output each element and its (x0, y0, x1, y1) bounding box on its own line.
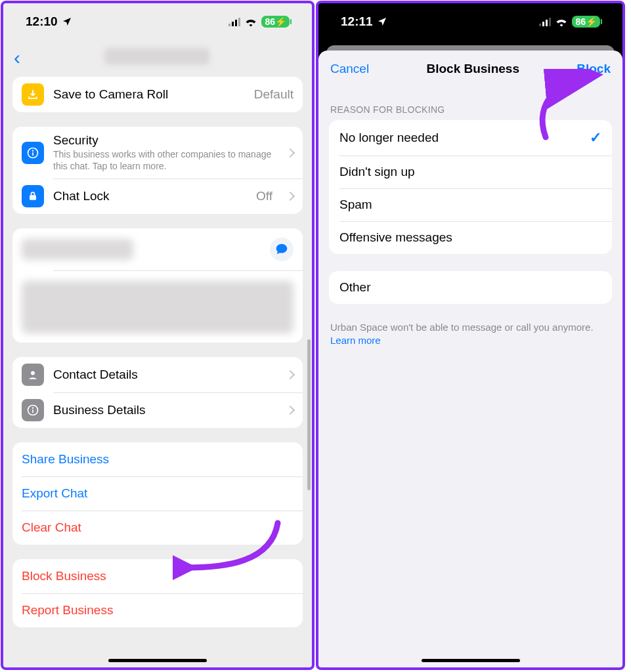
reason-label: Spam (339, 198, 372, 212)
lock-icon (22, 185, 44, 207)
status-bar: 12:11 86⚡ (318, 3, 622, 40)
back-button[interactable]: ‹ (10, 47, 24, 69)
row-trail: Off (256, 189, 272, 203)
row-label: Business Details (53, 403, 272, 417)
reason-label: Didn't sign up (339, 165, 415, 179)
row-contact-details[interactable]: Contact Details (12, 357, 303, 392)
chevron-right-icon (286, 192, 295, 201)
svg-rect-7 (32, 410, 33, 413)
chevron-right-icon (286, 406, 295, 415)
chevron-right-icon (286, 148, 295, 157)
svg-point-4 (31, 371, 35, 375)
row-label: Report Business (22, 603, 294, 618)
reason-other[interactable]: Other (329, 271, 612, 304)
download-icon (22, 83, 44, 106)
row-label: Save to Camera Roll (53, 87, 245, 102)
row-block-business[interactable]: Block Business (12, 559, 303, 593)
info-icon (22, 142, 44, 164)
row-business-details[interactable]: Business Details (12, 392, 303, 428)
reason-no-longer-needed[interactable]: No longer needed ✓ (329, 120, 612, 156)
row-security[interactable]: Security This business works with other … (12, 127, 303, 178)
svg-point-1 (32, 150, 33, 151)
section-header: REASON FOR BLOCKING (329, 96, 612, 120)
row-export-chat[interactable]: Export Chat (12, 476, 303, 511)
redacted-group (12, 228, 303, 343)
nav-bar: ‹ (3, 40, 312, 75)
status-time: 12:11 (341, 14, 373, 29)
location-icon (377, 16, 387, 27)
cancel-button[interactable]: Cancel (330, 62, 369, 76)
sheet-nav: Cancel Block Business Block (318, 51, 622, 87)
status-bar: 12:10 86⚡ (3, 3, 312, 40)
row-label: Contact Details (53, 368, 272, 382)
info-icon (22, 399, 44, 421)
battery-badge: 86⚡ (261, 16, 290, 28)
row-trail: Default (254, 87, 294, 102)
signal-icon (539, 17, 551, 26)
redacted-text (22, 281, 294, 333)
settings-scroll[interactable]: Save to Camera Roll Default Security Thi… (3, 75, 312, 667)
battery-badge: 86⚡ (572, 16, 600, 28)
status-time: 12:10 (26, 14, 58, 29)
reason-didnt-sign-up[interactable]: Didn't sign up (329, 156, 612, 188)
row-clear-chat[interactable]: Clear Chat (12, 511, 303, 545)
chevron-right-icon (286, 370, 295, 379)
row-label: Share Business (22, 452, 294, 467)
scroll-indicator (307, 339, 311, 490)
svg-rect-2 (32, 152, 33, 156)
checkmark-icon: ✓ (590, 129, 601, 146)
svg-point-6 (32, 408, 33, 409)
reason-spam[interactable]: Spam (329, 188, 612, 221)
learn-more-link[interactable]: Learn more (330, 335, 381, 346)
wifi-icon (244, 16, 257, 27)
location-icon (62, 16, 72, 27)
reason-label: No longer needed (339, 131, 439, 145)
footnote: Urban Space won't be able to message or … (329, 321, 612, 348)
row-label: Chat Lock (53, 189, 247, 203)
wifi-icon (555, 16, 568, 27)
chat-bubble-button[interactable] (270, 238, 294, 261)
row-label: Security (53, 133, 272, 148)
row-save-camera-roll[interactable]: Save to Camera Roll Default (12, 77, 303, 112)
row-sublabel: This business works with other companies… (53, 149, 272, 172)
row-label: Clear Chat (22, 520, 294, 535)
home-indicator (422, 659, 520, 662)
reason-label: Offensive messages (339, 230, 452, 245)
row-label: Block Business (22, 569, 294, 583)
left-screenshot: 12:10 86⚡ ‹ Save to Camera Roll Default (1, 1, 315, 670)
redacted-text (22, 239, 133, 260)
block-sheet: Cancel Block Business Block REASON FOR B… (318, 51, 622, 667)
reason-label: Other (339, 280, 371, 295)
reason-offensive[interactable]: Offensive messages (329, 221, 612, 254)
right-screenshot: 12:11 86⚡ Cancel Block Business Block RE… (316, 1, 625, 670)
row-chat-lock[interactable]: Chat Lock Off (12, 178, 303, 214)
row-share-business[interactable]: Share Business (12, 442, 303, 476)
row-report-business[interactable]: Report Business (12, 593, 303, 627)
svg-rect-3 (30, 195, 36, 200)
person-icon (22, 364, 44, 386)
home-indicator (108, 659, 207, 662)
block-button[interactable]: Block (577, 62, 611, 76)
sheet-title: Block Business (426, 62, 519, 76)
signal-icon (228, 17, 240, 26)
row-label: Export Chat (22, 486, 294, 501)
redacted-title (104, 48, 209, 65)
